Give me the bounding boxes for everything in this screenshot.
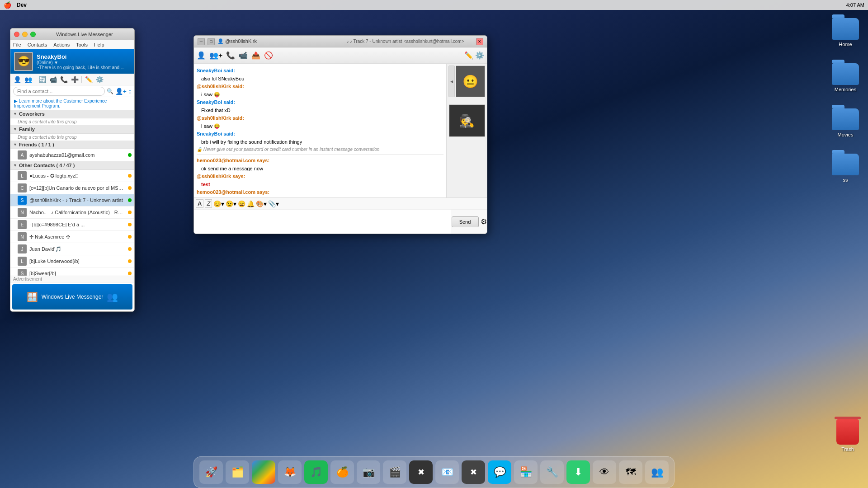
dock-item-video[interactable]: 🎬	[383, 460, 406, 484]
maximize-button[interactable]	[30, 32, 36, 37]
group-other-contacts[interactable]: ▼ Other Contacts ( 4 / 47 )	[10, 161, 134, 170]
dock-item-spotify[interactable]: 🎵	[304, 460, 328, 484]
msg-4-who: @ssh0lishKirk said:	[197, 115, 244, 121]
desktop-icon-memories[interactable]: Memories	[832, 63, 859, 92]
contact-lucas[interactable]: L ●Lucas - ✪·logtp.xyz□	[10, 170, 134, 182]
apple-menu[interactable]: 🍎	[4, 1, 11, 9]
profile-avatar[interactable]: 😎	[14, 52, 33, 71]
chat-close-button[interactable]: ✕	[476, 38, 483, 45]
chat-options-icon[interactable]: ⚙️	[475, 51, 484, 60]
toolbar-icon-1[interactable]: 👤	[12, 75, 22, 84]
search-input[interactable]	[13, 87, 105, 96]
format-font-z[interactable]: Z	[205, 199, 212, 208]
contact-avatar-ayshabuhazza: A	[18, 150, 27, 160]
messenger-ad[interactable]: 🪟 Windows Live Messenger 👥	[10, 282, 134, 311]
close-button[interactable]	[14, 32, 19, 37]
dock-item-skype[interactable]: 💬	[488, 460, 511, 484]
msg-2-content: i saw 😝	[201, 92, 220, 97]
format-font-a[interactable]: A	[196, 199, 203, 208]
minimize-button[interactable]	[22, 32, 28, 37]
sort-icon[interactable]: ↕	[128, 88, 132, 95]
chat-restore-button[interactable]: □	[208, 38, 215, 45]
contact-canario[interactable]: C [c=12][b]Un Canario de nuevo por el MS…	[10, 182, 134, 194]
contact-sshkirk[interactable]: S @ssh0lishKirk - ♪ Track 7 - Unknown ar…	[10, 194, 134, 206]
dock-item-firefox[interactable]: 🦊	[278, 460, 302, 484]
contact-status-nsk	[128, 235, 132, 239]
dock-item-maps[interactable]: 🗺	[619, 460, 642, 484]
msg-2-who: @ssh0lishKirk said:	[197, 84, 244, 89]
toolbar-icon-2[interactable]: 👥	[23, 75, 33, 84]
dock-item-download[interactable]: ⬇	[566, 460, 590, 484]
contact-nacho[interactable]: N Nacho.. - ♪ Californication (Acoustic)…	[10, 206, 134, 219]
contact-juan[interactable]: J Juan David'🎵	[10, 243, 134, 255]
menu-contacts[interactable]: Contacts	[27, 42, 48, 47]
send-button[interactable]: Send	[452, 216, 479, 227]
toolbar-icon-edit[interactable]: ✏️	[84, 75, 94, 84]
toolbar-icon-5[interactable]: 📞	[59, 75, 69, 84]
dock-item-orange[interactable]: 🍊	[330, 460, 354, 484]
contact-swear[interactable]: S [b]Swear[/b]	[10, 267, 134, 276]
menu-tools[interactable]: Tools	[75, 42, 89, 47]
format-wink[interactable]: 😉▾	[226, 200, 236, 207]
dock-item-eye[interactable]: 👁	[593, 460, 616, 484]
chat-textarea[interactable]	[194, 210, 451, 234]
search-icon[interactable]: 🔍	[107, 88, 113, 94]
dock-item-messenger[interactable]: 👥	[645, 460, 669, 484]
chat-avatar-main: 😐	[456, 66, 485, 97]
chat-share-icon[interactable]: 📤	[251, 51, 260, 60]
chat-call-icon[interactable]: 📞	[226, 51, 235, 60]
toolbar-icon-settings[interactable]: ⚙️	[94, 75, 104, 84]
contact-nsk[interactable]: N ✣ Nsk Asemree ✣	[10, 231, 134, 243]
format-color[interactable]: 🎨▾	[256, 200, 267, 207]
dock: 🚀 🗂️ 🌐 🦊 🎵 🍊 📷 🎬 ✖ 📧 ✖ 💬 🏪 🔧 ⬇ 👁 🗺 👥	[193, 456, 675, 488]
toolbar-icon-4[interactable]: 📹	[48, 75, 58, 84]
group-family[interactable]: ▼ Family	[10, 125, 134, 134]
format-emoticon[interactable]: 😄	[238, 200, 245, 207]
msg-4-content: i saw 😝	[201, 123, 220, 129]
format-emoji[interactable]: 😊▾	[213, 200, 224, 207]
desktop-icon-ss[interactable]: ss	[832, 154, 859, 183]
chat-options-btn[interactable]: ⚙	[481, 217, 487, 226]
chat-edit-icon[interactable]: ✏️	[464, 51, 473, 60]
add-contact-icon[interactable]: 👤+	[115, 88, 127, 95]
menubar-left: 🍎 Dev	[4, 1, 27, 9]
menubar-item[interactable]: Dev	[17, 2, 27, 8]
chat-add-icon[interactable]: 👥+	[209, 51, 222, 60]
dock-item-mail[interactable]: 📧	[435, 460, 459, 484]
menu-actions[interactable]: Actions	[52, 42, 71, 47]
desktop-icon-home[interactable]: Home	[832, 18, 859, 47]
dock-item-finder[interactable]: 🗂️	[226, 460, 249, 484]
contact-status-e	[128, 223, 132, 226]
chat-block-icon[interactable]: 🚫	[264, 51, 273, 60]
group-coworkers[interactable]: ▼ Coworkers	[10, 110, 134, 118]
format-nudge[interactable]: 🔔	[247, 200, 255, 207]
toolbar-icon-3[interactable]: 🔄	[37, 75, 47, 84]
menu-help[interactable]: Help	[93, 42, 105, 47]
contact-luke[interactable]: L [b]Luke Underwood[/b]	[10, 255, 134, 267]
group-friends[interactable]: ▼ Friends ( 1 / 1 )	[10, 141, 134, 149]
contact-ayshabuhazza[interactable]: A ayshabuhazza01@gmail.com	[10, 149, 134, 161]
dock-item-tool1[interactable]: 🔧	[540, 460, 564, 484]
dock-item-x2[interactable]: ✖	[462, 460, 485, 484]
toolbar-icon-6[interactable]: ➕	[70, 75, 80, 84]
dock-item-rocket[interactable]: 🚀	[199, 460, 223, 484]
ad-text: Windows Live Messenger	[42, 294, 104, 300]
dock-item-store[interactable]: 🏪	[514, 460, 538, 484]
msg-3-who: SneakyBoi said:	[197, 99, 235, 105]
cx-program-link[interactable]: ▶ Learn more about the Customer Experien…	[10, 97, 134, 110]
trash-bin	[836, 419, 859, 445]
chat-minimize-button[interactable]: ─	[198, 38, 205, 45]
dock-item-photos[interactable]: 📷	[357, 460, 380, 484]
format-insert[interactable]: 📎▾	[268, 200, 279, 207]
contacts-area: ▶ Learn more about the Customer Experien…	[10, 97, 134, 276]
dock-item-chrome[interactable]: 🌐	[252, 460, 275, 484]
menu-file[interactable]: File	[12, 42, 22, 47]
dock-item-x1[interactable]: ✖	[409, 460, 433, 484]
chat-avatar-secondary: 🕵️	[449, 104, 485, 137]
trash-icon[interactable]: Trash	[836, 419, 859, 452]
sidebar-collapse-icon[interactable]: ◀	[448, 66, 455, 97]
contact-e[interactable]: E · [b][c=#9898CE] E'd a ...	[10, 219, 134, 231]
chat-video-icon[interactable]: 📹	[239, 51, 248, 60]
profile-status[interactable]: (Online) ▼	[37, 60, 131, 65]
desktop-icon-movies[interactable]: Movies	[832, 108, 859, 137]
